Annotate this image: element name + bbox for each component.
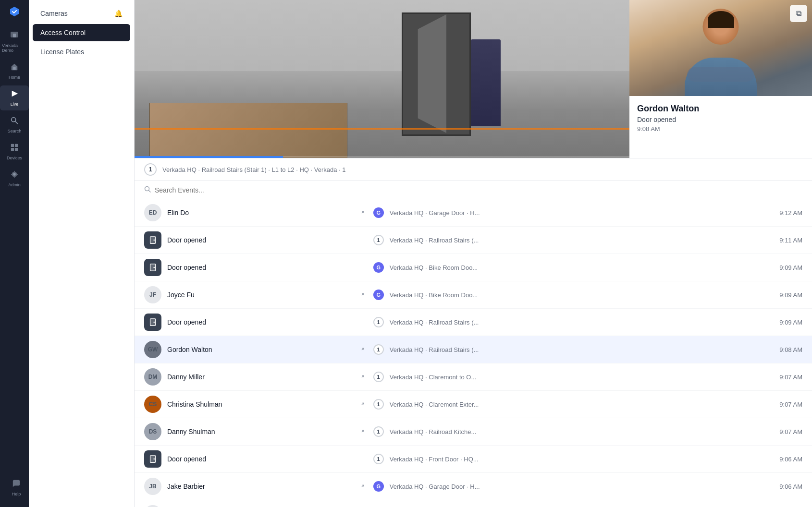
camera-feed[interactable] [135,0,629,158]
event-row[interactable]: GW Gordon Walton 1 Verkada HQ · Railroad… [135,336,812,363]
person-avatar: GW [144,341,161,358]
location-text: Verkada HQ · Railroad Stairs (Stair 1) ·… [162,166,346,173]
sidebar-item-devices[interactable]: Devices [0,139,29,164]
sidebar-item-admin-label: Admin [8,182,21,187]
search-input[interactable] [155,186,802,194]
event-link-icon [360,483,368,490]
event-name: Door opened [167,264,354,271]
event-location: Verkada HQ · Railroad Stairs (... [390,319,763,326]
event-location-badge: 1 [373,454,384,464]
event-name: Door opened [167,236,354,244]
camera-wall [135,0,629,71]
sidebar-item-devices-label: Devices [7,156,22,160]
person-avatar: JB [144,478,161,495]
event-time: 9:08 AM [769,346,802,353]
svg-rect-6 [11,144,14,147]
event-row[interactable]: CO Conor O'Laughlin 1 Verkada HQ · Front… [135,500,812,507]
person-avatar: DS [144,423,161,440]
svg-point-18 [153,322,155,323]
svg-point-14 [153,240,155,241]
event-row[interactable]: JF Joyce Fu G Verkada HQ · Bike Room Doo… [135,281,812,309]
logo[interactable] [9,6,20,17]
event-time: 9:12 AM [769,209,802,217]
copy-photo-button[interactable]: ⧉ [790,5,807,22]
person-photo-bg [629,0,812,96]
event-location: Verkada HQ · Railroad Stairs (... [390,237,763,244]
event-row[interactable]: Door opened G Verkada HQ · Bike Room Doo… [135,254,812,281]
person-head [703,9,739,45]
event-time: 9:11 AM [769,237,802,244]
event-name: Jake Barbier [167,483,354,490]
home-icon [10,62,19,73]
event-location-badge: 1 [373,317,384,327]
camera-progress-bar[interactable] [135,156,629,158]
sidebar-item-org[interactable]: Verkada Demo [0,26,29,57]
event-row[interactable]: Door opened 1 Verkada HQ · Railroad Stai… [135,309,812,336]
event-time: 9:09 AM [769,291,802,299]
sidebar-item-live[interactable]: Live [0,85,29,110]
event-name: Door opened [167,318,354,326]
menu-item-cameras[interactable]: Cameras 🔔 [33,5,130,22]
live-icon [10,89,19,100]
event-location-badge: 1 [373,372,384,382]
event-location: Verkada HQ · Garage Door · H... [390,209,763,217]
svg-line-12 [149,191,151,193]
cameras-label: Cameras [40,10,68,17]
event-row[interactable]: DM Danny Miller 1 Verkada HQ · Claremont… [135,363,812,391]
person-hair [708,11,734,28]
top-section: ⧉ Gordon Walton Door opened 9:08 AM [135,0,812,158]
events-list: ED Elin Do G Verkada HQ · Garage Door · … [135,199,812,507]
main-content: ⧉ Gordon Walton Door opened 9:08 AM 1 Ve… [135,0,812,507]
event-name: Elin Do [167,209,354,217]
door-avatar [144,450,161,468]
sidebar-item-admin[interactable]: Admin [0,166,29,191]
search-bar-icon [144,186,151,194]
event-row[interactable]: Door opened 1 Verkada HQ · Railroad Stai… [135,227,812,254]
person-avatar: CO [144,505,161,507]
person-avatar: JF [144,286,161,303]
event-row[interactable]: CS Christina Shulman 1 Verkada HQ · Clar… [135,391,812,418]
event-location-badge: G [373,290,384,300]
person-event: Door opened [637,116,804,123]
event-location-badge: G [373,481,384,492]
event-link-icon [360,209,368,217]
camera-person-body [471,39,501,126]
event-row[interactable]: DS Danny Shulman 1 Verkada HQ · Railroad… [135,418,812,446]
sidebar-item-org-label: Verkada Demo [2,43,27,53]
person-avatar: DM [144,368,161,386]
event-row[interactable]: JB Jake Barbier G Verkada HQ · Garage Do… [135,473,812,500]
event-location-badge: 1 [373,399,384,410]
menu-item-license-plates[interactable]: License Plates [33,43,130,60]
event-location-badge: G [373,207,384,218]
event-name: Door opened [167,455,354,463]
svg-rect-8 [11,148,14,151]
sidebar-item-search-label: Search [8,129,22,133]
sidebar-item-search[interactable]: Search [0,112,29,137]
event-link-icon [360,428,368,435]
search-bar [135,181,812,199]
sidebar: Verkada Demo Home Live Search Devices Ad… [0,0,29,507]
event-link-icon [360,374,368,381]
event-location-badge: 1 [373,344,384,355]
event-name: Danny Shulman [167,428,354,435]
event-row[interactable]: ED Elin Do G Verkada HQ · Garage Door · … [135,199,812,227]
sidebar-item-home[interactable]: Home [0,59,29,84]
admin-icon [10,170,19,181]
event-time: 9:06 AM [769,483,802,490]
sidebar-item-help[interactable]: Help [8,475,25,500]
sidebar-item-home-label: Home [9,75,20,80]
access-control-label: Access Control [40,29,86,36]
person-avatar: CS [144,396,161,413]
camera-boxes [149,103,347,158]
menu-item-access-control[interactable]: Access Control [33,24,130,41]
event-name: Danny Miller [167,373,354,381]
svg-point-20 [153,459,155,460]
camera-floor-line [135,128,629,130]
camera-progress-fill [135,156,283,158]
devices-icon [10,143,19,154]
event-location: Verkada HQ · Garage Door · H... [390,483,763,490]
event-name: Joyce Fu [167,291,354,299]
svg-rect-9 [15,148,18,151]
license-plates-label: License Plates [40,48,84,56]
event-row[interactable]: Door opened 1 Verkada HQ · Front Door · … [135,446,812,473]
